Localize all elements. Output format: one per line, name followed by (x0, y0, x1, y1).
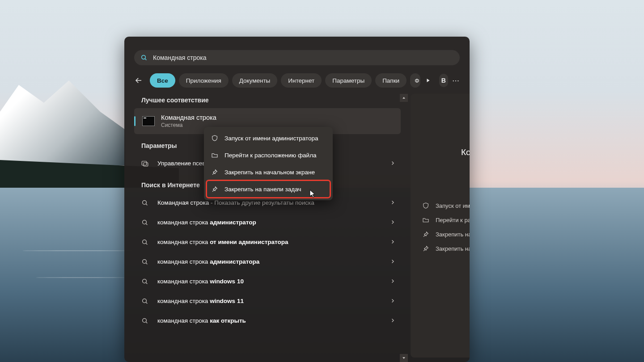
preview-pane: Командная строка Система Открыть Запуск … (411, 94, 470, 358)
cursor-icon (309, 189, 317, 198)
pin-icon (211, 168, 218, 176)
svg-line-11 (146, 243, 147, 244)
web-result[interactable]: командная строка windows 11 (134, 291, 401, 311)
svg-marker-3 (427, 79, 429, 82)
web-result[interactable]: командная строка как открыть (134, 311, 401, 331)
more-options-button[interactable]: ⋯ (452, 74, 460, 87)
preview-action-label: Закрепить на начальном экране (436, 231, 470, 238)
pin-icon (422, 231, 429, 238)
filter-more-clipped[interactable]: Ф (410, 73, 420, 88)
context-run-admin[interactable]: Запуск от имени администратора (207, 130, 330, 147)
web-result[interactable]: командная строка от имени администратора (134, 232, 401, 252)
svg-line-17 (146, 302, 147, 303)
chevron-right-icon (390, 297, 395, 305)
svg-line-19 (146, 322, 147, 323)
web-result-label: командная строка администратора (157, 258, 390, 266)
svg-point-0 (142, 55, 146, 59)
chevron-right-icon (390, 219, 395, 227)
search-icon (141, 317, 148, 324)
svg-point-16 (143, 299, 147, 303)
preview-action-pin-start[interactable]: Закрепить на начальном экране (422, 227, 470, 241)
svg-line-13 (146, 263, 147, 264)
web-result-label: командная строка как открыть (157, 317, 390, 325)
svg-marker-20 (402, 97, 405, 99)
svg-rect-4 (142, 161, 147, 165)
shield-icon (211, 135, 218, 142)
preview-action-label: Закрепить на панели задач (436, 245, 470, 252)
chevron-right-icon (390, 258, 395, 266)
search-input[interactable] (153, 54, 460, 61)
filter-folders[interactable]: Папки (375, 73, 407, 88)
context-item-label: Запуск от имени администратора (225, 135, 318, 142)
filter-internet[interactable]: Интернет (281, 73, 322, 88)
search-icon (141, 298, 148, 305)
pin-icon (211, 185, 218, 193)
web-result-label: командная строка от имени администратора (157, 238, 390, 246)
svg-line-9 (146, 223, 147, 225)
play-icon (425, 78, 431, 83)
folder-icon (211, 152, 218, 159)
cmd-app-icon (142, 116, 155, 126)
results-scrollbar[interactable] (400, 94, 408, 362)
wallpaper-ripple (36, 277, 125, 278)
filter-documents[interactable]: Документы (232, 73, 278, 88)
context-pin-start[interactable]: Закрепить на начальном экране (207, 164, 330, 181)
scroll-up-button[interactable] (400, 94, 408, 102)
chevron-right-icon (390, 238, 395, 246)
user-account-button[interactable]: B (439, 74, 448, 87)
back-button[interactable] (134, 73, 144, 88)
preview-subtitle: Система (411, 159, 470, 165)
filter-all[interactable]: Все (150, 73, 175, 88)
ellipsis-icon: ⋯ (452, 76, 459, 85)
pin-icon (422, 245, 429, 252)
search-icon (141, 219, 148, 226)
search-icon (140, 54, 148, 61)
chevron-down-icon (402, 356, 406, 360)
scroll-down-button[interactable] (400, 354, 408, 362)
context-item-label: Закрепить на панели задач (225, 186, 301, 193)
wallpaper-mountain (0, 76, 125, 165)
svg-line-15 (146, 282, 147, 284)
web-result[interactable]: командная строка администратор (134, 213, 401, 232)
search-icon (141, 258, 148, 265)
chevron-right-icon (390, 278, 395, 286)
arrow-left-icon (135, 76, 143, 84)
web-result[interactable]: командная строка администратора (134, 252, 401, 272)
svg-point-8 (143, 220, 147, 224)
web-result[interactable]: командная строка windows 10 (134, 272, 401, 291)
section-best-match: Лучшее соответствие (141, 97, 404, 104)
svg-line-1 (145, 59, 146, 60)
svg-line-7 (146, 204, 147, 205)
filter-scroll-right[interactable] (424, 74, 432, 87)
filter-settings[interactable]: Параметры (325, 73, 372, 88)
svg-rect-5 (144, 163, 148, 166)
filter-row: Все Приложения Документы Интернет Параме… (134, 73, 460, 88)
preview-action-label: Запуск от имени администратора (436, 202, 470, 209)
preview-action-open-location[interactable]: Перейти к расположению файла (422, 213, 470, 227)
preview-action-label: Перейти к расположению файла (436, 217, 470, 223)
context-item-label: Закрепить на начальном экране (225, 169, 315, 176)
search-icon (141, 278, 148, 285)
svg-point-10 (143, 240, 147, 244)
context-open-location[interactable]: Перейти к расположению файла (207, 147, 330, 164)
search-icon (141, 199, 148, 206)
preview-action-pin-taskbar[interactable]: Закрепить на панели задач (422, 241, 470, 256)
preview-title: Командная строка (411, 147, 470, 157)
best-match-title: Командная строка (161, 114, 216, 121)
wallpaper-ripple (22, 250, 134, 251)
svg-point-6 (143, 201, 147, 205)
filter-apps[interactable]: Приложения (179, 73, 229, 88)
chevron-right-icon (390, 160, 395, 168)
search-box[interactable] (134, 50, 460, 65)
chevron-up-icon (402, 96, 406, 100)
search-icon (141, 239, 148, 246)
chevron-right-icon (390, 199, 395, 207)
svg-point-14 (143, 279, 147, 283)
web-result-label: командная строка windows 11 (157, 297, 390, 305)
svg-point-18 (143, 319, 147, 323)
web-result-label: командная строка windows 10 (157, 278, 390, 286)
preview-action-run-admin[interactable]: Запуск от имени администратора (422, 198, 470, 213)
svg-marker-21 (402, 357, 405, 359)
web-result-label: командная строка администратор (157, 219, 390, 227)
folder-icon (422, 216, 429, 223)
